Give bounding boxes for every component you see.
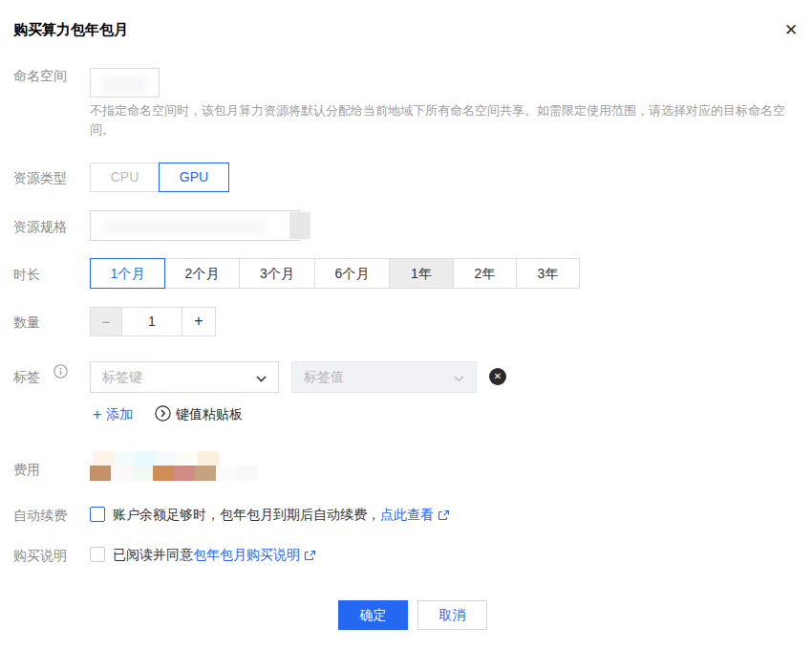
resource-spec-label: 资源规格 xyxy=(13,219,67,236)
close-icon[interactable]: ✕ xyxy=(780,20,801,41)
namespace-help-text: 不指定命名空间时，该包月算力资源将默认分配给当前地域下所有命名空间共享。如需限定… xyxy=(90,101,801,140)
external-link-icon xyxy=(438,509,450,522)
key-value-pasteboard-button[interactable]: 键值粘贴板 xyxy=(155,405,243,424)
duration-option-3year[interactable]: 3年 xyxy=(516,258,580,289)
chevron-down-icon xyxy=(256,369,267,386)
page-title: 购买算力包年包月 xyxy=(13,21,128,39)
quantity-label: 数量 xyxy=(13,314,40,332)
namespace-select[interactable] xyxy=(90,68,160,98)
auto-renew-text: 账户余额足够时，包年包月到期后自动续费， 点此查看 xyxy=(113,507,450,524)
purchase-dialog: 购买算力包年包月 ✕ 命名空间 不指定命名空间时，该包月算力资源将默认分配给当前… xyxy=(0,0,812,650)
resource-type-label: 资源类型 xyxy=(13,170,67,187)
auto-renew-description: 账户余额足够时，包年包月到期后自动续费， xyxy=(113,507,380,524)
resource-spec-select[interactable] xyxy=(90,210,300,241)
redacted-spec-value xyxy=(104,219,267,234)
tag-value-placeholder: 标签值 xyxy=(304,369,454,386)
namespace-label: 命名空间 xyxy=(13,68,67,85)
auto-renew-label: 自动续费 xyxy=(13,508,67,525)
duration-option-1month[interactable]: 1个月 xyxy=(90,258,165,289)
resource-type-option-cpu[interactable]: CPU xyxy=(90,162,160,192)
duration-option-3month[interactable]: 3个月 xyxy=(239,258,315,289)
cancel-button[interactable]: 取消 xyxy=(417,600,487,630)
tag-value-select[interactable]: 标签值 xyxy=(291,361,477,393)
purchase-note-text: 已阅读并同意 包年包月购买说明 xyxy=(113,547,316,564)
duration-option-6month[interactable]: 6个月 xyxy=(314,258,390,289)
external-link-icon xyxy=(304,550,316,562)
redacted-spec-block xyxy=(289,212,310,239)
add-tag-label: 添加 xyxy=(106,406,133,423)
tag-key-select[interactable]: 标签键 xyxy=(90,361,279,393)
confirm-button[interactable]: 确定 xyxy=(338,600,408,630)
chevron-down-icon xyxy=(454,369,464,386)
info-icon[interactable] xyxy=(53,364,68,379)
redacted-namespace-value xyxy=(102,77,146,93)
plus-icon: + xyxy=(93,406,101,423)
duration-label: 时长 xyxy=(13,267,40,284)
purchase-note-link[interactable]: 包年包月购买说明 xyxy=(193,547,300,564)
auto-renew-checkbox[interactable] xyxy=(90,507,105,522)
pasteboard-label: 键值粘贴板 xyxy=(176,406,243,423)
cost-label: 费用 xyxy=(13,462,40,479)
purchase-note-label: 购买说明 xyxy=(13,548,67,565)
circle-chevron-icon xyxy=(155,405,171,424)
quantity-input[interactable]: 1 xyxy=(121,307,182,336)
resource-type-option-gpu[interactable]: GPU xyxy=(159,162,229,192)
duration-option-2month[interactable]: 2个月 xyxy=(164,258,240,289)
quantity-minus-button[interactable]: − xyxy=(90,307,122,336)
tags-label: 标签 xyxy=(13,369,40,386)
purchase-note-checkbox[interactable] xyxy=(90,547,105,562)
duration-option-1year[interactable]: 1年 xyxy=(389,258,454,289)
auto-renew-link[interactable]: 点此查看 xyxy=(380,507,434,524)
tag-delete-button[interactable]: ✕ xyxy=(489,368,506,385)
add-tag-button[interactable]: + 添加 xyxy=(93,406,133,423)
tag-key-placeholder: 标签键 xyxy=(102,369,256,386)
redacted-cost-value xyxy=(90,451,258,481)
quantity-plus-button[interactable]: + xyxy=(182,307,216,336)
purchase-note-description: 已阅读并同意 xyxy=(113,547,193,564)
duration-option-2year[interactable]: 2年 xyxy=(453,258,517,289)
